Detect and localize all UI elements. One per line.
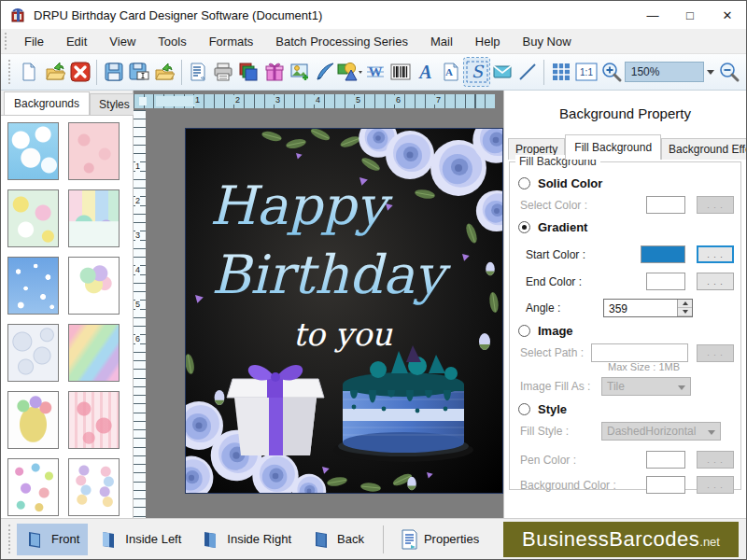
- watermark-icon[interactable]: W: [363, 58, 388, 86]
- ruler-number: 5: [135, 299, 140, 310]
- angle-spinner[interactable]: 359: [603, 299, 693, 317]
- text-document-icon[interactable]: A: [439, 58, 464, 86]
- signature-icon[interactable]: S: [464, 58, 489, 86]
- style-radio[interactable]: [518, 403, 530, 415]
- menu-bar: File Edit View Tools Formats Batch Proce…: [1, 29, 746, 54]
- maximize-button[interactable]: □: [671, 1, 709, 29]
- save-as-icon[interactable]: [126, 58, 151, 86]
- pen-color-swatch[interactable]: [646, 451, 685, 469]
- print-preview-icon[interactable]: [186, 58, 211, 86]
- menu-item-mail[interactable]: Mail: [419, 30, 464, 53]
- solid-color-radio[interactable]: [518, 177, 530, 189]
- angle-down-button[interactable]: [678, 308, 692, 316]
- tab-backgrounds[interactable]: Backgrounds: [4, 91, 90, 115]
- background-thumbnail-pastel-balloons[interactable]: [68, 257, 120, 315]
- send-mail-icon[interactable]: [489, 58, 514, 86]
- zoom-out-icon[interactable]: [717, 58, 742, 86]
- pen-color-browse-button[interactable]: . . .: [697, 451, 734, 469]
- tab-styles[interactable]: Styles: [90, 93, 139, 115]
- menu-item-tools[interactable]: Tools: [147, 30, 197, 53]
- draw-line-icon[interactable]: [514, 58, 540, 86]
- menu-item-formats[interactable]: Formats: [198, 30, 265, 53]
- gradient-radio[interactable]: [518, 221, 530, 233]
- angle-value[interactable]: 359: [604, 300, 677, 316]
- close-document-icon[interactable]: [67, 58, 92, 86]
- card-page-icon: [311, 529, 331, 550]
- style-label: Style: [538, 402, 567, 416]
- background-color-browse-button[interactable]: . . .: [697, 476, 734, 494]
- open-file-icon[interactable]: [42, 58, 67, 86]
- image-fill-value: Tile: [607, 380, 625, 393]
- gift-icon[interactable]: [261, 58, 287, 86]
- close-button[interactable]: ✕: [709, 1, 746, 29]
- menu-item-help[interactable]: Help: [464, 30, 512, 53]
- menu-item-view[interactable]: View: [98, 30, 147, 53]
- minimize-button[interactable]: —: [634, 1, 671, 29]
- select-path-input[interactable]: [591, 343, 688, 362]
- draw-pen-icon[interactable]: [312, 58, 337, 86]
- page-inside-right-button[interactable]: Inside Right: [192, 524, 300, 555]
- image-fill-dropdown[interactable]: Tile: [601, 377, 691, 396]
- end-color-browse-button[interactable]: . . .: [697, 273, 734, 290]
- actual-size-icon[interactable]: 1:1: [574, 58, 599, 86]
- page-back-button[interactable]: Back: [303, 524, 373, 555]
- background-thumbnail-confetti-hearts[interactable]: [7, 458, 59, 516]
- background-thumbnail-rainbow-pastel[interactable]: [68, 324, 120, 382]
- properties-icon: [400, 529, 418, 550]
- angle-up-button[interactable]: [678, 300, 692, 308]
- gradient-label: Gradient: [538, 220, 587, 234]
- canvas-area[interactable]: 1 2 3 4 5 6 7 1 2 3 4 5 6: [134, 91, 503, 518]
- select-color-swatch[interactable]: [646, 196, 685, 214]
- background-thumbnail-daisy-flowers[interactable]: [7, 189, 59, 247]
- print-icon[interactable]: [211, 58, 236, 86]
- tab-fill-background[interactable]: Fill Background: [565, 134, 661, 160]
- menu-item-edit[interactable]: Edit: [55, 30, 98, 53]
- svg-text:A: A: [418, 62, 432, 82]
- background-thumbnail-heart-stripes[interactable]: [68, 391, 120, 449]
- insert-text-icon[interactable]: A: [414, 58, 439, 86]
- zoom-level-value: 150%: [631, 65, 660, 78]
- barcode-icon[interactable]: [388, 58, 414, 86]
- new-document-icon[interactable]: [17, 58, 42, 86]
- menu-item-batch-processing-series[interactable]: Batch Processing Series: [264, 30, 419, 53]
- card-preview[interactable]: Happy Birthday to you: [186, 129, 502, 493]
- background-thumbnail-balloon-columns[interactable]: [68, 458, 120, 516]
- background-layers-icon[interactable]: [236, 58, 261, 86]
- background-thumbnail-pink-hearts[interactable]: [68, 122, 120, 180]
- end-color-swatch[interactable]: [646, 273, 685, 290]
- insert-image-icon[interactable]: [287, 58, 312, 86]
- solid-color-label: Solid Color: [538, 176, 602, 190]
- select-path-browse-button[interactable]: . . .: [697, 344, 734, 362]
- ruler-margin-marker[interactable]: [139, 97, 147, 105]
- start-color-browse-button[interactable]: . . .: [697, 245, 734, 263]
- select-color-browse-button[interactable]: . . .: [697, 196, 734, 214]
- zoom-level-combo[interactable]: 150%: [625, 62, 705, 82]
- menu-item-file[interactable]: File: [13, 30, 55, 53]
- start-color-swatch[interactable]: [641, 245, 685, 263]
- save-icon[interactable]: [101, 58, 126, 86]
- background-thumbnail-sky-clouds[interactable]: [7, 122, 59, 180]
- page-inside-left-button[interactable]: Inside Left: [91, 524, 190, 555]
- background-color-swatch[interactable]: [646, 476, 685, 494]
- export-file-icon[interactable]: [152, 58, 177, 86]
- image-radio[interactable]: [518, 325, 530, 337]
- background-thumbnail-soap-bubbles[interactable]: [7, 324, 59, 382]
- page-front-button[interactable]: Front: [17, 524, 88, 555]
- properties-label: Properties: [424, 532, 479, 546]
- insert-shape-icon[interactable]: [337, 58, 362, 86]
- background-thumbnail-star-night[interactable]: [7, 257, 59, 315]
- ruler-number: 7: [434, 95, 443, 105]
- zoom-in-icon[interactable]: [599, 58, 625, 86]
- properties-button[interactable]: Properties: [391, 524, 487, 555]
- zoom-combo-caret-icon[interactable]: [704, 62, 717, 82]
- menu-item-buy-now[interactable]: Buy Now: [512, 30, 583, 53]
- background-thumbnail-happy-birthday-text[interactable]: [7, 391, 59, 449]
- grid-view-icon[interactable]: [548, 58, 573, 86]
- end-color-label: End Color :: [526, 275, 582, 288]
- fill-style-dropdown[interactable]: DashedHorizontal: [601, 422, 721, 441]
- bottombar-grip: [8, 525, 14, 553]
- background-thumbnail-winter-pastel[interactable]: [68, 189, 120, 247]
- ruler-margin-zone: [156, 96, 195, 106]
- card-page-icon: [201, 529, 221, 550]
- tab-background-effects[interactable]: Background Effects: [661, 138, 746, 160]
